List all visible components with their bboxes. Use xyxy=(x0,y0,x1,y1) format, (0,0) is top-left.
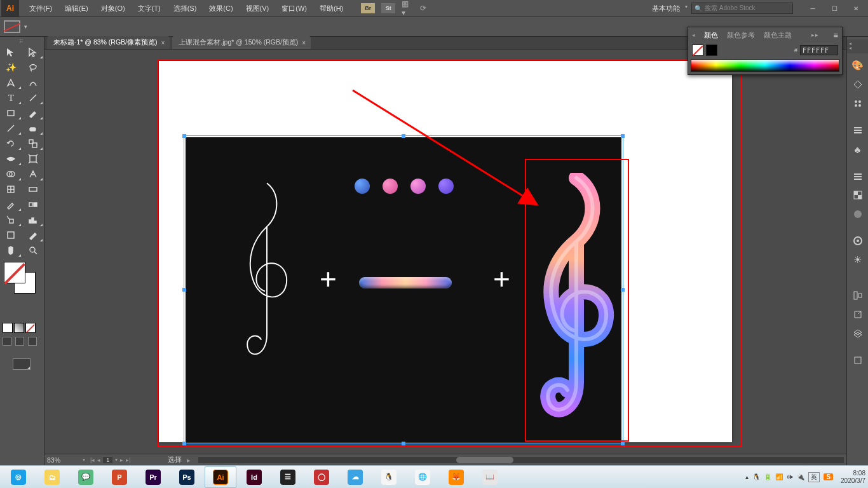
menu-select[interactable]: 选择(S) xyxy=(167,0,203,17)
gradient-panel-icon[interactable]: ☀ xyxy=(848,250,867,269)
export-panel-icon[interactable] xyxy=(848,305,867,324)
ime-switch[interactable]: S xyxy=(824,473,833,480)
taskbar-app-powerpoint[interactable]: P xyxy=(104,466,135,488)
artboard-navigator[interactable]: |◂◂ 1 ▾ ▸▸| xyxy=(90,457,131,463)
scale-tool[interactable] xyxy=(22,136,44,151)
draw-behind-button[interactable] xyxy=(15,337,24,346)
gradient-tool[interactable] xyxy=(22,182,44,197)
stock-search-input[interactable]: 🔍 搜索 Adobe Stock xyxy=(691,3,793,14)
taskbar-app-notes[interactable]: 📖 xyxy=(474,466,506,488)
tray-network-icon[interactable]: 📶 xyxy=(775,473,783,480)
color-panel-icon[interactable]: 🎨 xyxy=(848,56,867,75)
tray-battery-icon[interactable]: 🔋 xyxy=(764,473,771,480)
tray-qq-icon[interactable]: 🐧 xyxy=(752,473,760,480)
line-segment-tool[interactable] xyxy=(22,90,44,105)
menu-view[interactable]: 视图(V) xyxy=(240,0,276,17)
color-panel[interactable]: ◂ 颜色 颜色参考 颜色主题 ▸▸ ≡ # FFFFFF xyxy=(688,27,843,75)
window-minimize[interactable]: ─ xyxy=(802,0,824,17)
taskbar-app-misc2[interactable]: ◯ xyxy=(306,466,337,488)
dock-collapse-handle[interactable] xyxy=(847,39,868,53)
status-menu-icon[interactable]: ▸ xyxy=(187,456,191,464)
workspace-switcher[interactable]: 基本功能 xyxy=(646,4,691,13)
width-tool[interactable] xyxy=(0,151,22,166)
tray-expand-icon[interactable]: ▴ xyxy=(745,473,749,480)
hex-input[interactable]: FFFFFF xyxy=(800,45,838,55)
eyedropper-tool[interactable] xyxy=(0,197,22,212)
taskbar-app-photoshop[interactable]: Ps xyxy=(171,466,203,488)
artboard-tool[interactable] xyxy=(0,227,22,243)
taskbar-app-explorer[interactable]: 🗂 xyxy=(36,466,68,488)
brushes-panel-icon[interactable] xyxy=(848,94,867,113)
document-tab-2[interactable]: 上课混合素材.jpg* @ 150% (RGB/预览) × xyxy=(172,36,311,49)
curvature-tool[interactable] xyxy=(22,75,44,90)
taskbar-app-indesign[interactable]: Id xyxy=(238,466,270,488)
align-panel-icon[interactable] xyxy=(848,286,867,305)
taskbar-app-wechat[interactable]: 💬 xyxy=(70,466,102,488)
fill-solid-button[interactable] xyxy=(3,323,13,333)
color-panel-tab-guide[interactable]: 颜色参考 xyxy=(727,30,755,40)
direct-selection-tool[interactable] xyxy=(22,44,44,60)
taskbar-app-misc1[interactable]: ☰ xyxy=(272,466,304,488)
taskbar-app-360-browser[interactable]: ◎ xyxy=(3,466,34,488)
eraser-tool[interactable] xyxy=(22,121,44,136)
color-spectrum[interactable] xyxy=(691,59,839,72)
cc-libraries-icon[interactable] xyxy=(848,231,867,250)
menu-object[interactable]: 对象(O) xyxy=(95,0,132,17)
color-panel-tab-color[interactable]: 颜色 xyxy=(704,30,718,40)
fill-none-button[interactable] xyxy=(25,323,36,333)
selection-tool[interactable] xyxy=(0,44,22,60)
color-stroke-swatch[interactable] xyxy=(706,44,717,56)
taskbar-app-illustrator[interactable]: Ai xyxy=(205,466,236,488)
lasso-tool[interactable] xyxy=(22,60,44,75)
close-icon[interactable]: × xyxy=(161,39,165,46)
pen-tool[interactable] xyxy=(0,75,22,90)
draw-inside-button[interactable] xyxy=(28,337,37,346)
pathfinder-panel-icon[interactable] xyxy=(848,324,867,343)
color-fill-swatch[interactable] xyxy=(692,44,703,56)
symbols-panel-icon[interactable]: ♣ xyxy=(848,140,867,159)
window-maximize[interactable]: ☐ xyxy=(824,0,845,17)
taskbar-app-chrome[interactable]: 🌐 xyxy=(407,466,438,488)
menu-window[interactable]: 窗口(W) xyxy=(275,0,313,17)
tray-power-icon[interactable]: 🔌 xyxy=(797,473,804,480)
canvas[interactable]: + + xyxy=(44,50,846,454)
zoom-level[interactable]: 83% ▾ xyxy=(47,456,85,464)
layers-panel-icon[interactable] xyxy=(848,166,867,186)
swatches-panel-icon[interactable] xyxy=(848,75,867,94)
symbol-sprayer-tool[interactable] xyxy=(0,212,22,227)
perspective-grid-tool[interactable] xyxy=(22,166,44,182)
rotate-tool[interactable] xyxy=(0,136,22,151)
shape-builder-tool[interactable] xyxy=(0,166,22,182)
stroke-panel-icon[interactable] xyxy=(848,121,867,140)
appearance-panel-icon[interactable] xyxy=(848,205,867,224)
system-clock[interactable]: 8:08 2020/3/7 xyxy=(841,470,865,485)
ime-lang[interactable]: 英 xyxy=(808,472,820,482)
tray-volume-icon[interactable]: 🕪 xyxy=(787,473,793,480)
fill-gradient-button[interactable] xyxy=(14,323,24,333)
taskbar-app-misc3[interactable]: ☁ xyxy=(339,466,371,488)
horizontal-scrollbar[interactable] xyxy=(198,457,844,463)
hand-tool[interactable] xyxy=(0,243,22,258)
fill-swatch[interactable] xyxy=(4,262,25,283)
stock-button[interactable]: St xyxy=(381,3,395,13)
menu-edit[interactable]: 编辑(E) xyxy=(58,0,95,17)
magic-wand-tool[interactable]: ✨ xyxy=(0,60,22,75)
taskbar-app-premiere[interactable]: Pr xyxy=(137,466,169,488)
draw-normal-button[interactable] xyxy=(3,337,11,346)
arrange-docs-icon[interactable]: ▦ ▾ xyxy=(402,3,412,13)
window-close[interactable]: ✕ xyxy=(845,0,867,17)
close-icon[interactable]: × xyxy=(302,39,306,46)
color-panel-more-tabs[interactable]: ▸▸ xyxy=(811,32,819,38)
slice-tool[interactable] xyxy=(22,227,44,243)
color-panel-tab-chevron[interactable]: ◂ xyxy=(692,32,695,38)
color-panel-tab-themes[interactable]: 颜色主题 xyxy=(764,30,792,40)
taskbar-app-qq[interactable]: 🐧 xyxy=(373,466,405,488)
fill-stroke-swatches[interactable] xyxy=(0,262,44,291)
options-chevron-icon[interactable]: ▾ xyxy=(24,24,27,30)
shaper-tool[interactable] xyxy=(0,121,22,136)
menu-file[interactable]: 文件(F) xyxy=(23,0,58,17)
mesh-tool[interactable] xyxy=(0,182,22,197)
artboards-panel-icon[interactable] xyxy=(848,351,867,370)
bridge-button[interactable]: Br xyxy=(361,3,375,13)
type-tool[interactable]: T xyxy=(0,90,22,105)
